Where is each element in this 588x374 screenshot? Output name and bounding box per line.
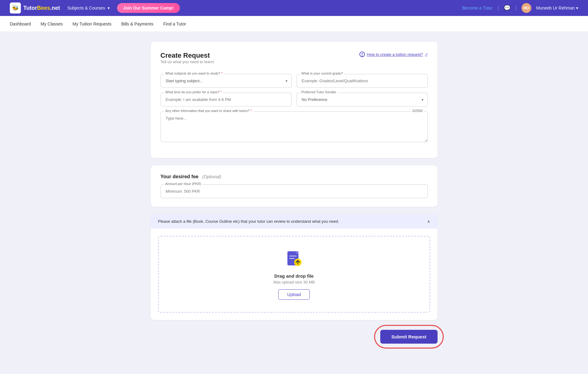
- max-upload-text: Max upload size 30 MB: [166, 280, 422, 284]
- nav-find-a-tutor[interactable]: Find a Tutor: [163, 20, 186, 28]
- fee-title: Your desired fee (Optional): [161, 174, 428, 179]
- submit-area: Submit Request: [151, 327, 438, 346]
- subjects-group: What subjects do you want to study? * St…: [161, 74, 292, 88]
- svg-rect-1: [289, 256, 297, 256]
- chevron-down-icon: ▾: [108, 6, 110, 10]
- other-info-textarea[interactable]: [161, 111, 428, 142]
- divider: |: [498, 5, 499, 11]
- row-other-info: Any other information that you want to s…: [161, 111, 428, 143]
- nav-bills-payments[interactable]: Bills & Payments: [121, 20, 154, 28]
- svg-rect-2: [289, 258, 295, 259]
- grade-group: What is your current grade?: [297, 74, 428, 88]
- dropzone[interactable]: Drag and drop file Max upload size 30 MB…: [158, 236, 430, 313]
- submit-request-button[interactable]: Submit Request: [380, 330, 437, 344]
- chevron-down-icon-user: ▾: [576, 6, 578, 10]
- avatar: MU: [522, 3, 531, 13]
- logo[interactable]: 🐝 TutorBees.net: [10, 2, 60, 13]
- subjects-courses-dropdown[interactable]: Subjects & Courses ▾: [67, 6, 110, 10]
- time-input[interactable]: [161, 93, 292, 106]
- divider2: |: [515, 5, 517, 11]
- grade-input[interactable]: [297, 74, 428, 88]
- nav-my-tuition-requests[interactable]: My Tuition Requests: [73, 20, 112, 28]
- page-title: Create Request: [161, 52, 214, 60]
- row-time-gender: What time do you prefer for a class? * P…: [161, 93, 428, 106]
- other-info-group: Any other information that you want to s…: [161, 111, 428, 143]
- fee-input[interactable]: [161, 184, 428, 198]
- attach-body: Drag and drop file Max upload size 30 MB…: [151, 229, 438, 320]
- fee-label: Amount per Hour (PKR): [164, 182, 203, 186]
- summer-camp-button[interactable]: Join Our Summer Camp!: [117, 3, 180, 13]
- page-subtitle: Tell us what you need to learn!: [161, 60, 214, 64]
- gender-select[interactable]: No Preference Male Female: [297, 93, 428, 106]
- fee-group: Amount per Hour (PKR): [161, 184, 428, 198]
- row-subjects-grade: What subjects do you want to study? * St…: [161, 74, 428, 88]
- subjects-label: What subjects do you want to study? *: [164, 71, 224, 75]
- logo-icon: 🐝: [10, 2, 21, 13]
- attach-section: Please attach a file (Book, Course Outli…: [151, 214, 438, 320]
- drag-drop-text: Drag and drop file: [166, 273, 422, 279]
- gender-group: Preferred Tutor Gender No Preference Mal…: [297, 93, 428, 106]
- top-navbar: 🐝 TutorBees.net Subjects & Courses ▾ Joi…: [0, 0, 588, 16]
- logo-text: TutorBees.net: [23, 5, 60, 11]
- svg-rect-3: [296, 251, 298, 254]
- become-tutor-link[interactable]: Become a Tutor: [462, 6, 493, 10]
- nav-my-classes[interactable]: My Classes: [41, 20, 63, 28]
- other-info-label: Any other information that you want to s…: [164, 109, 253, 113]
- external-link-icon: ↗: [425, 52, 428, 56]
- upload-button[interactable]: Upload: [278, 289, 309, 300]
- subjects-select[interactable]: Start typing subject...: [161, 74, 292, 88]
- nav-dashboard[interactable]: Dashboard: [10, 20, 31, 28]
- file-upload-icon: [284, 249, 304, 268]
- char-count: 0/2500: [411, 109, 424, 113]
- time-label: What time do you prefer for a class? *: [164, 90, 223, 94]
- time-group: What time do you prefer for a class? *: [161, 93, 292, 106]
- secondary-nav: Dashboard My Classes My Tuition Requests…: [0, 16, 588, 32]
- file-icon-area: [166, 249, 422, 268]
- grade-label: What is your current grade?: [300, 71, 344, 75]
- fee-card: Your desired fee (Optional) Amount per H…: [151, 165, 438, 207]
- messages-icon[interactable]: 💬: [504, 5, 510, 11]
- page-content: Create Request Tell us what you need to …: [141, 32, 447, 356]
- gender-label: Preferred Tutor Gender: [300, 90, 338, 94]
- user-menu[interactable]: Muneeb Ur Rehman ▾: [536, 6, 578, 10]
- how-to-link[interactable]: ? How to create a tuition request? ↗: [359, 52, 428, 57]
- create-request-card: Create Request Tell us what you need to …: [151, 42, 438, 158]
- help-icon: ?: [359, 52, 365, 57]
- attach-header[interactable]: Please attach a file (Book, Course Outli…: [151, 214, 438, 229]
- chevron-up-icon: ∧: [427, 219, 430, 224]
